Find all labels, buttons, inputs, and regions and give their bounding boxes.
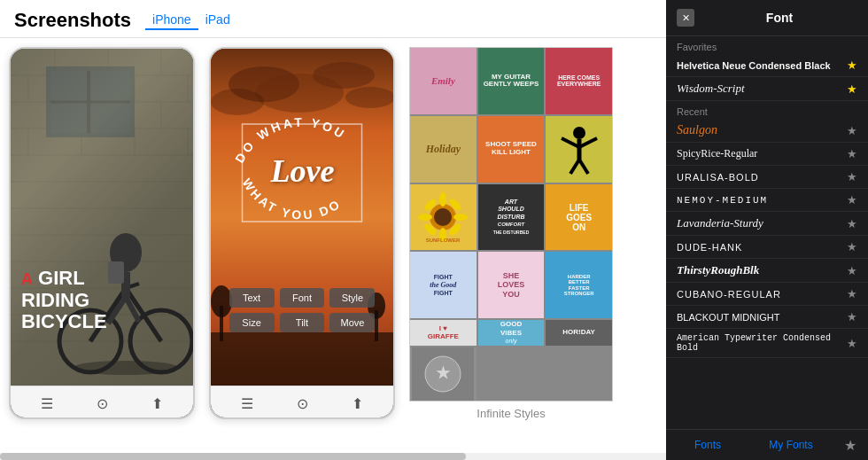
font-panel: ✕ Font Favorites Helvetica Neue Condense…: [666, 0, 868, 460]
font-button[interactable]: Font: [280, 288, 325, 308]
styles-grid: Emily MY GUITAR GENTLY WEEPS HERE COMES …: [409, 47, 613, 402]
fight-text: FIGHTthe GoodFIGHT: [430, 274, 456, 297]
font-name-uralisa: URALISA-BOLD: [677, 172, 847, 183]
phone-screen-1: A GIRLRIDINGBICYCLE: [11, 49, 193, 386]
tab-iphone[interactable]: iPhone: [145, 11, 198, 30]
star-nemoy[interactable]: ★: [847, 193, 857, 207]
button-row-1: Text Font Style: [229, 288, 376, 308]
phone-mockup-1: A GIRLRIDINGBICYCLE ☰ ⊙ ⬆: [9, 47, 195, 419]
circular-text-container: DO WHAT YOU WHAT YOU DO Love: [225, 66, 380, 244]
menu-icon-2[interactable]: ☰: [241, 395, 253, 412]
font-panel-close-button[interactable]: ✕: [677, 9, 694, 27]
svg-point-71: [453, 214, 468, 221]
button-row-2: Size Tilt Move: [229, 313, 376, 332]
giraffe-text: I ♥GIRAFFE: [428, 325, 459, 341]
star-helvetica[interactable]: ★: [847, 58, 857, 72]
phone-toolbar-1: ☰ ⊙ ⬆: [11, 386, 193, 419]
font-item-helvetica[interactable]: Helvetica Neue Condensed Black ★: [666, 54, 868, 77]
svg-point-59: [573, 127, 585, 139]
star-saulgon[interactable]: ★: [847, 124, 857, 137]
font-name-saulgon: Saulgon: [677, 123, 847, 137]
camera-icon-1[interactable]: ⊙: [97, 395, 108, 412]
font-item-american[interactable]: American Typewriter Condensed Bold ★: [666, 329, 868, 358]
star-dude[interactable]: ★: [847, 240, 857, 253]
grid-cell-holiday: Holiday: [410, 116, 477, 183]
grid-cell-shoot: SHOOT SPEED KILL LIGHT: [478, 116, 545, 183]
font-item-blackout[interactable]: BLACKOUT MIDNIGHT ★: [666, 306, 868, 329]
star-lavanderia[interactable]: ★: [847, 217, 857, 230]
star-spicyrice[interactable]: ★: [847, 147, 857, 160]
phone-screen-2: DO WHAT YOU WHAT YOU DO Love: [211, 49, 393, 386]
star-blackout[interactable]: ★: [847, 310, 857, 324]
font-item-nemoy[interactable]: NEMOY-MEDIUM ★: [666, 189, 868, 212]
grid-cell-sunflower: SUNFLOWER: [410, 184, 477, 251]
grid-cell-vibes: GOODVIBESonly: [478, 320, 545, 346]
screen1-title: A GIRLRIDINGBICYCLE: [21, 268, 107, 332]
font-name-dude: DUDE-HANK: [677, 242, 847, 253]
font-name-wisdom: Wisdom-Script: [677, 82, 847, 96]
font-item-lavanderia[interactable]: Lavanderia-Sturdy ★: [666, 212, 868, 236]
scrollbar-thumb[interactable]: [0, 453, 466, 460]
screen2-button-group: Text Font Style Size Tilt Move: [229, 288, 376, 332]
font-name-nemoy: NEMOY-MEDIUM: [677, 195, 847, 206]
font-name-lavanderia: Lavanderia-Sturdy: [677, 216, 847, 230]
text-button[interactable]: Text: [229, 288, 275, 308]
main-content: A GIRLRIDINGBICYCLE ☰ ⊙ ⬆: [0, 38, 868, 449]
svg-text:Love: Love: [270, 153, 335, 189]
circular-text-svg: DO WHAT YOU WHAT YOU DO Love: [225, 66, 380, 244]
star-american[interactable]: ★: [847, 337, 857, 350]
tilt-button[interactable]: Tilt: [280, 313, 325, 332]
screen1-highlight: A: [21, 270, 33, 288]
my-fonts-tab[interactable]: My Fonts: [749, 430, 833, 460]
font-name-thirsty: ThirstyRoughBlk: [677, 263, 847, 277]
scrollbar[interactable]: [0, 453, 666, 460]
font-item-wisdom[interactable]: Wisdom-Script ★: [666, 77, 868, 101]
share-icon-1[interactable]: ⬆: [151, 395, 163, 412]
font-item-cubano[interactable]: CUBANO-REGULAR ★: [666, 283, 868, 306]
font-list: Favorites Helvetica Neue Condensed Black…: [666, 36, 868, 429]
grid-cell-horday: HOR!DAY: [546, 320, 612, 346]
style-button[interactable]: Style: [329, 288, 375, 308]
star-uralisa[interactable]: ★: [847, 170, 857, 183]
footer-star-icon[interactable]: ★: [833, 430, 868, 460]
grid-cell-fight: FIGHTthe GoodFIGHT: [410, 252, 477, 318]
grid-cell-giraffe: I ♥GIRAFFE: [410, 320, 477, 346]
page-title: Screenshots: [14, 9, 131, 32]
life-text: LIFEGOESON: [566, 203, 592, 232]
font-name-spicyrice: SpicyRice-Regular: [677, 147, 847, 160]
tab-ipad[interactable]: iPad: [198, 11, 237, 30]
infinite-styles-label: Infinite Styles: [409, 407, 613, 420]
art-text: ARTSHOULDDISTURBCOMFORTTHE DISTURBED: [493, 199, 530, 236]
grid-cell-silhouette: [546, 116, 612, 183]
svg-rect-41: [108, 261, 124, 284]
star-wisdom[interactable]: ★: [847, 82, 857, 96]
grid-cell-extra: ★: [410, 347, 477, 401]
size-button[interactable]: Size: [229, 313, 275, 332]
share-icon-2[interactable]: ⬆: [352, 395, 363, 412]
move-button[interactable]: Move: [329, 313, 375, 332]
font-item-saulgon[interactable]: Saulgon ★: [666, 119, 868, 143]
svg-text:SUNFLOWER: SUNFLOWER: [426, 238, 461, 243]
emily-text: Emily: [431, 75, 455, 86]
phone-toolbar-2: ☰ ⊙ ⬆: [211, 386, 393, 419]
silhouette-svg: [548, 122, 610, 175]
svg-point-68: [439, 192, 446, 207]
here-text: HERE COMES EVERYWHERE: [546, 74, 612, 88]
font-item-uralisa[interactable]: URALISA-BOLD ★: [666, 166, 868, 189]
font-item-thirsty[interactable]: ThirstyRoughBlk ★: [666, 259, 868, 283]
vibes-text: GOODVIBESonly: [500, 320, 522, 346]
infinite-styles-section: Emily MY GUITAR GENTLY WEEPS HERE COMES …: [409, 47, 613, 449]
font-item-spicyrice[interactable]: SpicyRice-Regular ★: [666, 143, 868, 166]
grid-cell-she: SHELOVESYOU: [478, 252, 545, 318]
eagle-svg: ★: [412, 347, 474, 401]
star-thirsty[interactable]: ★: [847, 264, 857, 277]
star-cubano[interactable]: ★: [847, 287, 857, 300]
fonts-tab[interactable]: Fonts: [666, 430, 749, 460]
grid-cell-here: HERE COMES EVERYWHERE: [546, 48, 612, 114]
font-item-dude[interactable]: DUDE-HANK ★: [666, 236, 868, 259]
font-panel-footer: Fonts My Fonts ★: [666, 429, 868, 460]
camera-icon-2[interactable]: ⊙: [297, 395, 308, 412]
menu-icon-1[interactable]: ☰: [41, 395, 53, 412]
font-name-cubano: CUBANO-REGULAR: [677, 289, 847, 300]
phone-mockup-2: DO WHAT YOU WHAT YOU DO Love: [209, 47, 395, 419]
